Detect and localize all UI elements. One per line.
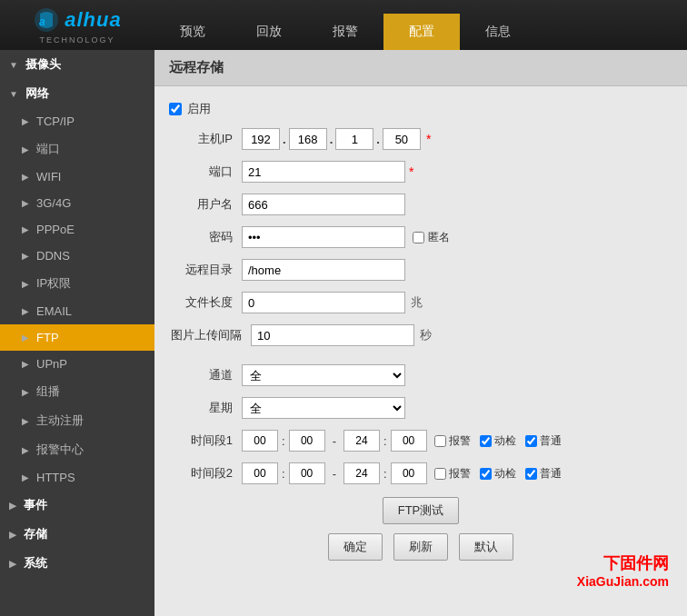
sidebar-item-ddns[interactable]: ▶ DDNS xyxy=(0,243,154,269)
time2-label: 时间段2 xyxy=(169,465,242,482)
weekday-select[interactable]: 全 xyxy=(242,397,405,419)
upload-interval-input[interactable] xyxy=(251,324,414,346)
confirm-button[interactable]: 确定 xyxy=(328,533,383,561)
ftp-test-button[interactable]: FTP测试 xyxy=(383,497,460,524)
time2-alarm-label: 报警 xyxy=(449,466,471,482)
time2-motion-checkbox[interactable] xyxy=(480,468,492,480)
sidebar-item-email[interactable]: ▶ EMAIL xyxy=(0,298,154,324)
time1-start-m[interactable] xyxy=(289,430,325,452)
weekday-row: 星期 全 xyxy=(169,395,672,421)
content-area: 远程存储 启用 主机IP . . . * xyxy=(154,50,687,616)
sidebar-item-event[interactable]: ▶ 事件 xyxy=(0,491,154,520)
time1-start-h[interactable] xyxy=(242,430,278,452)
arrow-right-icon-6: ▶ xyxy=(22,251,29,261)
logo: a alhua TECHNOLOGY xyxy=(0,2,154,49)
sidebar-item-upnp[interactable]: ▶ UPnP xyxy=(0,351,154,377)
time1-checkboxes: 报警 动检 普通 xyxy=(434,433,562,449)
sidebar-item-network[interactable]: ▼ 网络 xyxy=(0,79,154,108)
sidebar-item-port[interactable]: ▶ 端口 xyxy=(0,134,154,164)
tab-config[interactable]: 配置 xyxy=(383,14,460,50)
refresh-button[interactable]: 刷新 xyxy=(393,533,448,561)
port-input[interactable] xyxy=(242,161,405,183)
time2-end-m[interactable] xyxy=(391,462,427,484)
arrow-right-icon-14: ▶ xyxy=(22,472,29,482)
tab-info[interactable]: 信息 xyxy=(460,14,536,50)
time1-group: : - : xyxy=(242,430,427,452)
remote-dir-row: 远程目录 xyxy=(169,257,672,283)
anonymous-label: 匿名 xyxy=(428,230,450,245)
ip-part3[interactable] xyxy=(335,128,373,150)
remote-dir-input[interactable] xyxy=(242,259,405,281)
channel-row: 通道 全 xyxy=(169,363,672,388)
enable-row: 启用 xyxy=(169,101,672,117)
time1-alarm-checkbox[interactable] xyxy=(434,435,446,447)
ip-part1[interactable] xyxy=(242,128,280,150)
sidebar-item-system[interactable]: ▶ 系统 xyxy=(0,549,154,578)
anonymous-checkbox[interactable] xyxy=(413,232,424,243)
sidebar-item-ftp[interactable]: ▶ FTP xyxy=(0,324,154,351)
ip-part4[interactable] xyxy=(383,128,421,150)
tab-playback[interactable]: 回放 xyxy=(231,14,307,50)
time2-normal-checkbox[interactable] xyxy=(525,468,537,480)
arrow-right-icon: ▶ xyxy=(22,116,29,126)
arrow-right-icon-8: ▶ xyxy=(22,306,29,316)
username-row: 用户名 xyxy=(169,192,672,217)
enable-label: 启用 xyxy=(187,101,211,117)
arrow-right-icon-4: ▶ xyxy=(22,198,29,208)
arrow-right-icon-7: ▶ xyxy=(22,279,29,289)
arrow-right-icon-16: ▶ xyxy=(9,530,16,540)
upload-interval-unit: 秒 xyxy=(420,327,432,343)
time1-alarm-label: 报警 xyxy=(449,433,471,449)
file-length-input[interactable] xyxy=(242,292,405,313)
tab-alarm[interactable]: 报警 xyxy=(307,14,383,50)
time1-end-m[interactable] xyxy=(391,430,427,452)
time1-normal-item: 普通 xyxy=(525,433,562,449)
main-layout: ▼ 摄像头 ▼ 网络 ▶ TCP/IP ▶ 端口 ▶ WIFI ▶ 3G/4G … xyxy=(0,50,687,616)
time2-alarm-checkbox[interactable] xyxy=(434,468,446,480)
sidebar-item-https[interactable]: ▶ HTTPS xyxy=(0,464,154,491)
channel-label: 通道 xyxy=(169,367,242,383)
svg-text:a: a xyxy=(39,15,45,28)
required-star-port: * xyxy=(409,164,413,179)
sidebar-item-camera[interactable]: ▼ 摄像头 xyxy=(0,50,154,79)
username-label: 用户名 xyxy=(169,196,242,213)
username-input[interactable] xyxy=(242,194,405,215)
logo-icon: a xyxy=(33,6,60,34)
time1-motion-checkbox[interactable] xyxy=(480,435,492,447)
sidebar-item-pppoe[interactable]: ▶ PPPoE xyxy=(0,216,154,243)
logo-sub: TECHNOLOGY xyxy=(39,35,114,45)
ip-group: . . . * xyxy=(242,128,431,150)
content-title: 远程存储 xyxy=(154,50,687,86)
time1-end-h[interactable] xyxy=(344,430,380,452)
arrow-down-icon: ▼ xyxy=(9,60,18,70)
ip-part2[interactable] xyxy=(289,128,327,150)
sidebar-item-wifi[interactable]: ▶ WIFI xyxy=(0,164,154,190)
password-input[interactable] xyxy=(242,226,405,248)
channel-select[interactable]: 全 xyxy=(242,364,405,386)
time1-alarm-item: 报警 xyxy=(434,433,471,449)
password-label: 密码 xyxy=(169,229,242,245)
logo-text: alhua xyxy=(65,8,121,32)
time2-start-m[interactable] xyxy=(289,462,325,484)
default-button[interactable]: 默认 xyxy=(459,533,513,561)
enable-checkbox[interactable] xyxy=(169,103,182,115)
sidebar-item-ip-control[interactable]: ▶ IP权限 xyxy=(0,269,154,298)
time1-normal-label: 普通 xyxy=(540,433,562,449)
time2-normal-label: 普通 xyxy=(540,466,562,482)
arrow-right-icon-2: ▶ xyxy=(22,144,29,154)
sidebar-item-multicast[interactable]: ▶ 组播 xyxy=(0,377,154,406)
time1-normal-checkbox[interactable] xyxy=(525,435,537,447)
sidebar-item-3g4g[interactable]: ▶ 3G/4G xyxy=(0,190,154,216)
sidebar-item-storage[interactable]: ▶ 存储 xyxy=(0,520,154,549)
time2-end-h[interactable] xyxy=(344,462,380,484)
tab-preview[interactable]: 预览 xyxy=(154,14,231,50)
time2-motion-label: 动检 xyxy=(494,466,516,482)
arrow-right-icon-5: ▶ xyxy=(22,224,29,234)
sidebar-item-tcpip[interactable]: ▶ TCP/IP xyxy=(0,108,154,134)
required-star-ip: * xyxy=(426,132,431,146)
time2-start-h[interactable] xyxy=(242,462,278,484)
sidebar-item-auto-register[interactable]: ▶ 主动注册 xyxy=(0,406,154,435)
sidebar-item-alarm-center[interactable]: ▶ 报警中心 xyxy=(0,435,154,464)
anonymous-group: 匿名 xyxy=(413,230,450,245)
time1-motion-label: 动检 xyxy=(494,433,516,449)
